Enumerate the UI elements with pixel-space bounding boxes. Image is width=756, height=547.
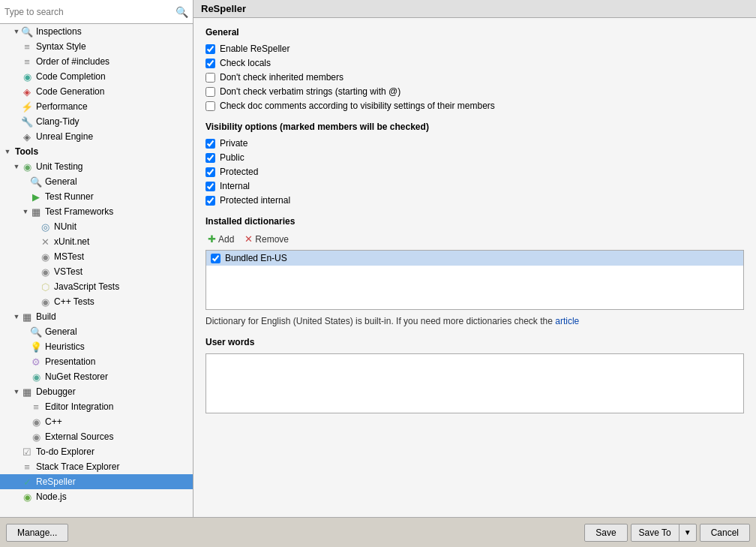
bottom-bar-left: Manage...	[6, 524, 584, 542]
expand-arrow: ▼	[3, 148, 12, 155]
expand-arrow	[12, 462, 21, 472]
no-verbatim-checkbox[interactable]	[206, 87, 215, 97]
tree-item-external-sources[interactable]: ◉ External Sources	[0, 429, 193, 444]
tree-container: ▼ 🔍 Inspections ≡ Syntax Style ≡ Order o…	[0, 24, 193, 517]
expand-arrow	[30, 282, 39, 292]
tree-item-syntax-style[interactable]: ≡ Syntax Style	[0, 39, 193, 54]
tree-item-test-frameworks[interactable]: ▼ ▦ Test Frameworks	[0, 204, 193, 219]
tree-item-label: Syntax Style	[36, 41, 86, 52]
search-box[interactable]: 🔍	[0, 0, 193, 24]
tree-item-cpp-tests[interactable]: ◉ C++ Tests	[0, 294, 193, 309]
tree-item-label: Inspections	[36, 26, 82, 37]
tree-item-label: Performance	[36, 101, 88, 112]
tree-item-build-header[interactable]: ▼ ▦ Build	[0, 309, 193, 324]
tree-item-stack-trace[interactable]: ≡ Stack Trace Explorer	[0, 459, 193, 474]
save-to-main-button[interactable]: Save To	[632, 524, 680, 541]
tree-item-label: Order of #includes	[36, 56, 110, 67]
nunit-icon: ◎	[39, 221, 51, 233]
order-includes-icon: ≡	[21, 56, 33, 68]
panel-title: ReSpeller	[194, 0, 756, 18]
enable-respeller-checkbox[interactable]	[206, 44, 215, 54]
save-to-button[interactable]: Save To ▼	[631, 524, 697, 542]
tree-item-nodejs[interactable]: ◉ Node.js	[0, 489, 193, 504]
chevron-down-icon: ▼	[684, 528, 692, 536]
expand-arrow	[12, 102, 21, 112]
tree-item-xunit[interactable]: ✕ xUnit.net	[0, 234, 193, 249]
todo-explorer-icon: ☑	[21, 446, 33, 458]
public-checkbox[interactable]	[206, 153, 215, 163]
tree-item-presentation[interactable]: ⚙ Presentation	[0, 354, 193, 369]
code-completion-icon: ◉	[21, 71, 33, 83]
tree-item-js-tests[interactable]: ⬡ JavaScript Tests	[0, 279, 193, 294]
tree-item-clang-tidy[interactable]: 🔧 Clang-Tidy	[0, 114, 193, 129]
tree-item-general-build[interactable]: 🔍 General	[0, 324, 193, 339]
dict-article-link[interactable]: article	[555, 316, 579, 326]
tree-item-label: Heuristics	[45, 341, 85, 352]
tree-item-performance[interactable]: ⚡ Performance	[0, 99, 193, 114]
expand-arrow: ▼	[12, 388, 21, 395]
manage-button[interactable]: Manage...	[6, 524, 68, 542]
user-words-box[interactable]	[206, 353, 744, 413]
expand-arrow	[12, 492, 21, 502]
save-label: Save	[596, 527, 616, 538]
tree-item-todo-explorer[interactable]: ☑ To-do Explorer	[0, 444, 193, 459]
test-runner-icon: ▶	[30, 191, 42, 203]
tree-item-mstest[interactable]: ◉ MSTest	[0, 249, 193, 264]
tree-item-cpp-dbg[interactable]: ◉ C++	[0, 414, 193, 429]
check-doc-checkbox[interactable]	[206, 101, 215, 111]
dict-entry-label: Bundled En-US	[225, 253, 287, 263]
tree-item-test-runner[interactable]: ▶ Test Runner	[0, 189, 193, 204]
expand-arrow	[21, 402, 30, 412]
dict-entry[interactable]: Bundled En-US	[206, 251, 743, 266]
tree-item-label: NuGet Restorer	[45, 371, 108, 382]
private-row: Private	[206, 138, 744, 149]
code-generation-icon: ◈	[21, 86, 33, 98]
protected-internal-label: Protected internal	[220, 195, 290, 206]
tree-item-editor-integration[interactable]: ≡ Editor Integration	[0, 399, 193, 414]
nuget-icon: ◉	[30, 371, 42, 383]
panel-content: General Enable ReSpeller Check locals Do…	[194, 18, 756, 517]
tree-item-nuget[interactable]: ◉ NuGet Restorer	[0, 369, 193, 384]
tree-item-vstest[interactable]: ◉ VSTest	[0, 264, 193, 279]
remove-icon: ✕	[244, 233, 253, 245]
visibility-section: Visibility options (marked members will …	[206, 122, 744, 206]
expand-arrow	[12, 72, 21, 82]
no-verbatim-row: Don't check verbatim strings (starting w…	[206, 86, 744, 97]
tree-item-respeller[interactable]: ✓ ReSpeller	[0, 474, 193, 489]
dict-entry-checkbox[interactable]	[211, 254, 220, 263]
cpp-dbg-icon: ◉	[30, 416, 42, 428]
cancel-button[interactable]: Cancel	[700, 524, 750, 542]
tree-item-order-includes[interactable]: ≡ Order of #includes	[0, 54, 193, 69]
add-dict-button[interactable]: ✚ Add	[206, 233, 236, 245]
private-checkbox[interactable]	[206, 139, 215, 149]
tree-item-unreal-engine[interactable]: ◈ Unreal Engine	[0, 129, 193, 144]
expand-arrow	[21, 192, 30, 202]
tree-item-code-generation[interactable]: ◈ Code Generation	[0, 84, 193, 99]
tree-item-general-ut[interactable]: 🔍 General	[0, 174, 193, 189]
protected-checkbox[interactable]	[206, 167, 215, 177]
save-button[interactable]: Save	[584, 524, 627, 542]
save-to-dropdown-arrow[interactable]: ▼	[680, 525, 696, 539]
manage-label: Manage...	[17, 527, 57, 538]
heuristics-icon: 💡	[30, 341, 42, 353]
remove-dict-button[interactable]: ✕ Remove	[242, 233, 291, 245]
test-frameworks-icon: ▦	[30, 206, 42, 218]
search-input[interactable]	[4, 7, 176, 17]
protected-internal-checkbox[interactable]	[206, 196, 215, 206]
internal-checkbox[interactable]	[206, 182, 215, 191]
user-words-section: User words	[206, 337, 744, 413]
tree-item-debugger[interactable]: ▼ ▦ Debugger	[0, 384, 193, 399]
no-inherited-checkbox[interactable]	[206, 73, 215, 83]
search-icon: 🔍	[176, 6, 188, 18]
tree-item-nunit[interactable]: ◎ NUnit	[0, 219, 193, 234]
section-header-tools-header[interactable]: ▼ Tools	[0, 144, 193, 159]
tree-item-inspections[interactable]: ▼ 🔍 Inspections	[0, 24, 193, 39]
inspections-icon: 🔍	[21, 26, 33, 38]
tree-item-heuristics[interactable]: 💡 Heuristics	[0, 339, 193, 354]
visibility-title: Visibility options (marked members will …	[206, 122, 744, 132]
check-locals-checkbox[interactable]	[206, 59, 215, 68]
tree-item-code-completion[interactable]: ◉ Code Completion	[0, 69, 193, 84]
tree-item-unit-testing[interactable]: ▼ ◉ Unit Testing	[0, 159, 193, 174]
expand-arrow	[21, 342, 30, 352]
tree-item-label: Editor Integration	[45, 401, 113, 412]
